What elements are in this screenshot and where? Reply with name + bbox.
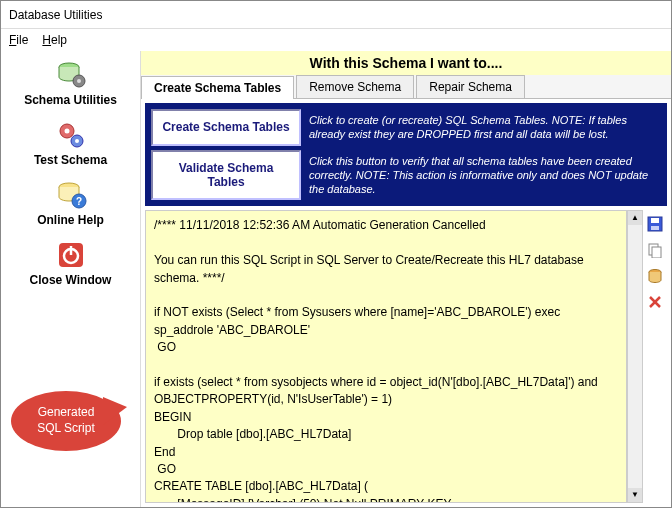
sql-script-output[interactable]: /**** 11/11/2018 12:52:36 AM Automatic G…: [145, 210, 627, 503]
scrollbar-vertical[interactable]: ▲ ▼: [627, 210, 643, 503]
svg-text:?: ?: [75, 196, 81, 207]
menu-help[interactable]: Help: [42, 33, 67, 47]
sidebar-item-online-help[interactable]: ? Online Help: [1, 175, 140, 235]
svg-point-6: [75, 139, 79, 143]
body: Schema Utilities Test Schema ? Online He…: [1, 51, 671, 507]
copy-icon[interactable]: [647, 242, 663, 258]
svg-rect-14: [651, 218, 659, 223]
app-window: Database Utilities File Help Schema Util…: [0, 0, 672, 508]
sidebar-label: Online Help: [1, 213, 140, 227]
scroll-down-button[interactable]: ▼: [628, 488, 642, 502]
script-area-wrap: /**** 11/11/2018 12:52:36 AM Automatic G…: [145, 210, 667, 503]
scroll-up-button[interactable]: ▲: [628, 211, 642, 225]
sidebar-label: Close Window: [1, 273, 140, 287]
sidebar-item-schema-utilities[interactable]: Schema Utilities: [1, 55, 140, 115]
tab-create-schema[interactable]: Create Schema Tables: [141, 76, 294, 99]
svg-rect-15: [651, 226, 659, 230]
action-row-create: Create Schema Tables Click to create (or…: [151, 109, 661, 146]
tab-remove-schema[interactable]: Remove Schema: [296, 75, 414, 98]
sidebar: Schema Utilities Test Schema ? Online He…: [1, 51, 141, 507]
right-toolbar: [643, 210, 667, 503]
save-icon[interactable]: [647, 216, 663, 232]
database-icon[interactable]: [647, 268, 663, 284]
svg-point-4: [64, 129, 69, 134]
svg-point-2: [77, 79, 81, 83]
titlebar: Database Utilities: [1, 1, 671, 29]
sidebar-item-close-window[interactable]: Close Window: [1, 235, 140, 295]
callout-generated-sql: Generated SQL Script: [11, 391, 121, 451]
svg-rect-17: [652, 247, 661, 258]
window-title: Database Utilities: [9, 8, 102, 22]
tab-bar: Create Schema Tables Remove Schema Repai…: [141, 75, 671, 99]
sidebar-label: Schema Utilities: [1, 93, 140, 107]
action-panel: Create Schema Tables Click to create (or…: [145, 103, 667, 206]
heading-strip: With this Schema I want to....: [141, 51, 671, 75]
database-gear-icon: [55, 59, 87, 91]
menubar: File Help: [1, 29, 671, 51]
main-panel: With this Schema I want to.... Create Sc…: [141, 51, 671, 507]
create-schema-desc: Click to create (or recreate) SQL Schema…: [301, 109, 661, 146]
tab-repair-schema[interactable]: Repair Schema: [416, 75, 525, 98]
sidebar-label: Test Schema: [1, 153, 140, 167]
create-schema-button[interactable]: Create Schema Tables: [151, 109, 301, 146]
validate-schema-desc: Click this button to verify that all sch…: [301, 150, 661, 201]
database-help-icon: ?: [55, 179, 87, 211]
menu-file[interactable]: File: [9, 33, 28, 47]
validate-schema-button[interactable]: Validate Schema Tables: [151, 150, 301, 201]
delete-icon[interactable]: [647, 294, 663, 310]
sidebar-item-test-schema[interactable]: Test Schema: [1, 115, 140, 175]
action-row-validate: Validate Schema Tables Click this button…: [151, 150, 661, 201]
gears-icon: [55, 119, 87, 151]
power-icon: [55, 239, 87, 271]
